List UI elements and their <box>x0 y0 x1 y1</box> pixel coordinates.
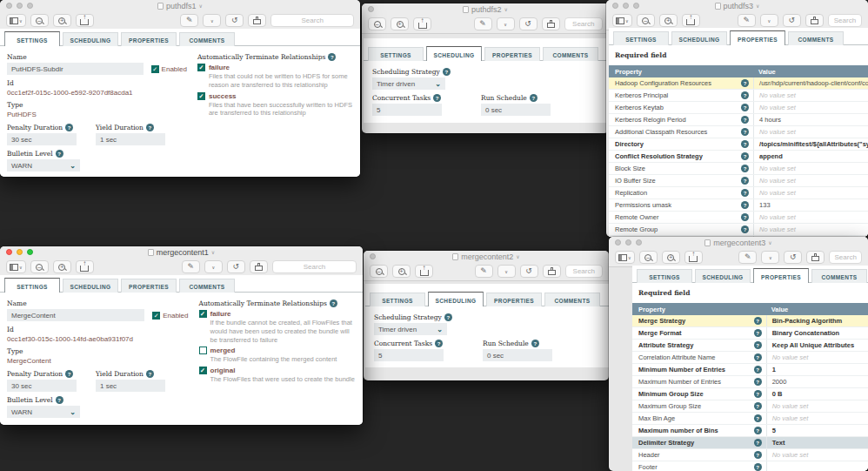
tab-comments[interactable]: COMMENTS <box>811 269 867 283</box>
share-button[interactable] <box>76 260 94 273</box>
markup-dropdown-button[interactable]: ∨ <box>497 17 515 30</box>
tab-settings[interactable]: SETTINGS <box>4 31 60 46</box>
scheduling-strategy-select[interactable]: Timer driven⌄ <box>374 323 447 335</box>
name-input[interactable]: PutHDFS-Subdir <box>7 63 144 75</box>
markup-dropdown-button[interactable]: ∨ <box>204 260 223 273</box>
concurrent-tasks-input[interactable]: 5 <box>374 349 444 361</box>
tab-settings[interactable]: SETTINGS <box>4 278 60 293</box>
markup-dropdown-button[interactable]: ∨ <box>497 265 516 278</box>
tab-properties[interactable]: PROPERTIES <box>121 279 177 293</box>
markup-dropdown-button[interactable]: ∨ <box>761 251 779 264</box>
tab-comments[interactable]: COMMENTS <box>544 293 600 306</box>
yield-duration-input[interactable]: 1 sec <box>96 380 165 392</box>
rotate-button[interactable]: ↺ <box>520 265 538 278</box>
search-input[interactable] <box>565 265 604 278</box>
traffic-light-yellow[interactable] <box>17 3 23 9</box>
zoom-in-button[interactable]: + <box>53 14 71 27</box>
title-chevron-icon[interactable]: ∨ <box>211 249 215 255</box>
tab-settings[interactable]: SETTINGS <box>613 31 669 45</box>
tab-properties[interactable]: PROPERTIES <box>753 268 809 283</box>
zoom-in-button[interactable]: + <box>662 251 680 264</box>
rotate-button[interactable]: ↺ <box>783 14 801 27</box>
zoom-out-button[interactable]: – <box>30 14 49 27</box>
tab-scheduling[interactable]: SCHEDULING <box>426 46 482 61</box>
property-value[interactable]: Keep All Unique Attributes <box>766 340 868 351</box>
traffic-light-yellow[interactable] <box>625 239 631 246</box>
share-button[interactable] <box>413 17 431 30</box>
print-button[interactable] <box>805 14 824 27</box>
rotate-button[interactable]: ↺ <box>225 14 244 27</box>
tab-settings[interactable]: SETTINGS <box>370 293 425 306</box>
sidebar-button[interactable]: ∨ <box>612 14 632 27</box>
search-input[interactable] <box>272 260 357 273</box>
checkbox-relationship-merged[interactable]: ✓ <box>199 347 207 354</box>
checkbox-relationship-failure[interactable]: ✓ <box>199 310 207 318</box>
tab-settings[interactable]: SETTINGS <box>637 269 692 283</box>
share-button[interactable] <box>682 14 700 27</box>
tab-properties[interactable]: PROPERTIES <box>486 293 542 306</box>
property-value[interactable]: No value set <box>753 224 868 235</box>
property-value[interactable]: append <box>753 151 868 162</box>
name-input[interactable]: MergeContent <box>7 309 144 321</box>
search-input[interactable] <box>829 251 862 264</box>
markup-button[interactable]: ✎ <box>738 14 756 27</box>
tab-settings[interactable]: SETTINGS <box>368 47 424 61</box>
title-chevron-icon[interactable]: ∨ <box>199 3 203 9</box>
property-value[interactable]: 2000 <box>766 376 868 387</box>
concurrent-tasks-input[interactable]: 5 <box>372 104 442 116</box>
sidebar-button[interactable]: ∨ <box>6 260 26 273</box>
property-value[interactable]: No value set <box>753 126 868 138</box>
checkbox-enabled[interactable]: ✓ <box>151 65 159 73</box>
print-button[interactable] <box>542 17 560 30</box>
checkbox-relationship-success[interactable]: ✓ <box>197 92 205 100</box>
traffic-light-green[interactable] <box>633 3 639 9</box>
property-value[interactable]: 5 <box>766 425 868 436</box>
tab-scheduling[interactable]: SCHEDULING <box>63 32 118 46</box>
markup-button[interactable]: ✎ <box>475 265 493 278</box>
property-value[interactable]: No value set <box>753 187 868 198</box>
penalty-duration-input[interactable]: 30 sec <box>7 380 77 392</box>
property-value[interactable]: 133 <box>753 199 868 211</box>
property-value[interactable]: No value set <box>753 212 868 223</box>
markup-dropdown-button[interactable]: ∨ <box>760 14 778 27</box>
titlebar[interactable]: mergecontent1∨ <box>0 246 363 258</box>
tab-scheduling[interactable]: SCHEDULING <box>428 292 484 306</box>
sidebar-button[interactable]: ∨ <box>6 14 26 27</box>
zoom-out-button[interactable]: – <box>30 260 49 273</box>
property-value[interactable]: 0 B <box>766 388 868 400</box>
rotate-button[interactable]: ↺ <box>784 251 802 264</box>
zoom-out-button[interactable]: – <box>639 251 658 264</box>
share-button[interactable] <box>684 251 703 264</box>
share-button[interactable] <box>415 265 433 278</box>
print-button[interactable] <box>250 260 268 273</box>
property-value[interactable]: Text <box>766 437 868 448</box>
traffic-light-red[interactable] <box>615 239 621 246</box>
traffic-light-red[interactable] <box>6 249 12 255</box>
print-button[interactable] <box>248 14 266 27</box>
markup-button[interactable]: ✎ <box>474 17 492 30</box>
rotate-button[interactable]: ↺ <box>519 17 537 30</box>
traffic-light-green[interactable] <box>27 3 33 9</box>
property-value[interactable]: Bin-Packing Algorithm <box>766 315 868 326</box>
property-value[interactable]: Binary Concatenation <box>766 327 868 339</box>
traffic-light-red[interactable] <box>612 3 618 9</box>
tab-comments[interactable]: COMMENTS <box>788 31 844 45</box>
markup-dropdown-button[interactable]: ∨ <box>203 14 221 27</box>
property-value[interactable]: 1 <box>766 364 868 375</box>
property-value[interactable]: /usr/hdp/current/hadoop-client/conf/core… <box>753 77 868 89</box>
zoom-out-button[interactable]: – <box>370 265 388 278</box>
titlebar[interactable]: puthdfs3∨ <box>606 0 868 11</box>
tab-scheduling[interactable]: SCHEDULING <box>63 279 118 293</box>
markup-button[interactable]: ✎ <box>182 260 200 273</box>
zoom-in-button[interactable]: + <box>53 260 71 273</box>
checkbox-relationship-original[interactable]: ✓ <box>199 367 207 374</box>
zoom-in-button[interactable]: + <box>659 14 678 27</box>
bulletin-level-select[interactable]: WARN⌄ <box>7 159 80 172</box>
property-value[interactable]: No value set <box>753 163 868 174</box>
bulletin-level-select[interactable]: WARN⌄ <box>7 406 80 418</box>
tab-scheduling[interactable]: SCHEDULING <box>671 31 727 45</box>
markup-button[interactable]: ✎ <box>738 251 757 264</box>
penalty-duration-input[interactable]: 30 sec <box>7 133 77 145</box>
tab-properties[interactable]: PROPERTIES <box>730 30 785 45</box>
rotate-button[interactable]: ↺ <box>227 260 245 273</box>
